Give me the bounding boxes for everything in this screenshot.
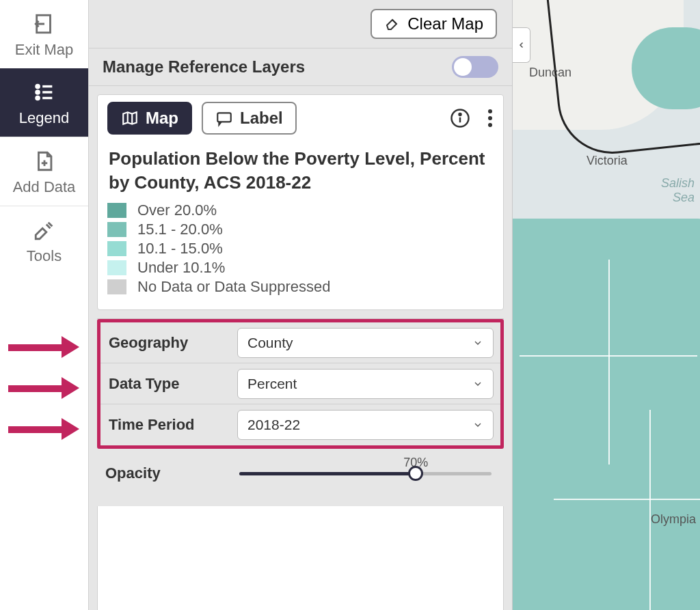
datatype-select[interactable]: Percent [237, 369, 494, 399]
datatype-value: Percent [247, 376, 297, 392]
map-tab-label: Map [146, 109, 178, 128]
next-layer-card [97, 506, 504, 610]
svg-point-2 [36, 91, 38, 94]
layer-tabrow: Map Label [107, 102, 494, 135]
timeperiod-label: Time Period [100, 416, 230, 434]
legend-item: 10.1 - 15.0% [107, 240, 494, 258]
tools-button[interactable]: Tools [0, 206, 88, 275]
map-canvas[interactable]: Duncan Victoria Salish Sea Olympia [513, 0, 700, 610]
legend-list-icon [33, 81, 56, 104]
svg-point-1 [36, 85, 38, 87]
controls-block: Geography County Data Type Percent Time … [97, 318, 504, 498]
legend-text: 15.1 - 20.0% [137, 221, 223, 238]
legend-swatch [107, 222, 126, 237]
chevron-down-icon [472, 337, 483, 348]
add-data-label: Add Data [13, 178, 76, 195]
svg-rect-12 [217, 113, 231, 122]
legend-swatch [107, 260, 126, 275]
svg-point-17 [488, 116, 492, 120]
timeperiod-row: Time Period 2018-22 [100, 404, 500, 445]
map-tab[interactable]: Map [107, 102, 192, 135]
map-label-victoria: Victoria [587, 154, 628, 168]
clear-map-button[interactable]: Clear Map [371, 9, 497, 39]
reference-layers-title: Manage Reference Layers [103, 57, 305, 77]
svg-point-18 [488, 123, 492, 127]
exit-map-button[interactable]: Exit Map [0, 0, 88, 68]
layer-title: Population Below the Poverty Level, Perc… [109, 147, 492, 195]
legend-item: Over 20.0% [107, 202, 494, 219]
exit-icon [33, 12, 56, 36]
chevron-down-icon [472, 378, 483, 389]
geography-label: Geography [100, 334, 230, 352]
legend-item: Under 10.1% [107, 259, 494, 277]
annotation-arrow-timeperiod [8, 420, 83, 436]
legend-text: Over 20.0% [137, 202, 217, 219]
timeperiod-select[interactable]: 2018-22 [237, 410, 494, 440]
legend-tab-label: Legend [19, 109, 69, 126]
datatype-label: Data Type [100, 375, 230, 393]
side-rail: Exit Map Legend Add Data Tools [0, 0, 89, 610]
panel-topbar: Clear Map [89, 0, 512, 48]
legend-tab-button[interactable]: Legend [0, 68, 88, 137]
svg-line-9 [392, 20, 396, 24]
legend-swatch [107, 241, 126, 256]
map-label-olympia: Olympia [651, 512, 696, 527]
geography-row: Geography County [100, 322, 500, 363]
map-label-duncan: Duncan [529, 66, 571, 80]
tools-label: Tools [27, 247, 62, 264]
chevron-down-icon [472, 419, 483, 430]
collapse-panel-button[interactable] [513, 27, 530, 63]
tools-icon [33, 219, 56, 242]
controls-highlight: Geography County Data Type Percent Time … [97, 319, 504, 449]
geography-value: County [247, 335, 293, 351]
add-file-icon [33, 150, 56, 173]
add-data-button[interactable]: Add Data [0, 137, 88, 206]
map-icon [121, 109, 139, 127]
label-tab[interactable]: Label [202, 102, 297, 135]
svg-point-3 [36, 96, 38, 99]
annotation-arrow-datatype [8, 379, 83, 396]
legend-list: Over 20.0%15.1 - 20.0%10.1 - 15.0%Under … [107, 202, 494, 296]
info-icon[interactable] [450, 108, 470, 128]
opacity-slider[interactable]: 70% [239, 472, 492, 475]
legend-text: 10.1 - 15.0% [137, 240, 223, 258]
eraser-icon [384, 16, 401, 32]
reference-layers-bar: Manage Reference Layers [89, 48, 512, 86]
legend-panel: Clear Map Manage Reference Layers Map La… [89, 0, 513, 610]
legend-text: Under 10.1% [137, 259, 225, 277]
opacity-row: Opacity 70% [97, 449, 504, 498]
clear-map-label: Clear Map [407, 14, 483, 33]
map-label-salish: Salish Sea [645, 176, 695, 205]
exit-map-label: Exit Map [15, 41, 74, 58]
svg-point-15 [459, 113, 461, 115]
legend-item: 15.1 - 20.0% [107, 221, 494, 238]
legend-text: No Data or Data Suppressed [137, 278, 331, 296]
geography-select[interactable]: County [237, 328, 494, 358]
legend-swatch [107, 203, 126, 218]
chevron-left-icon [517, 40, 526, 51]
annotation-arrow-geography [8, 338, 83, 355]
layer-card: Map Label Population Below the Poverty L… [97, 94, 504, 310]
more-menu-icon[interactable] [487, 108, 494, 128]
datatype-row: Data Type Percent [100, 363, 500, 404]
timeperiod-value: 2018-22 [247, 417, 300, 433]
label-icon [215, 109, 233, 127]
svg-point-16 [488, 109, 492, 113]
opacity-label: Opacity [97, 465, 227, 482]
label-tab-label: Label [240, 109, 283, 128]
legend-item: No Data or Data Suppressed [107, 278, 494, 296]
reference-layers-toggle[interactable] [452, 56, 498, 78]
legend-swatch [107, 279, 126, 294]
